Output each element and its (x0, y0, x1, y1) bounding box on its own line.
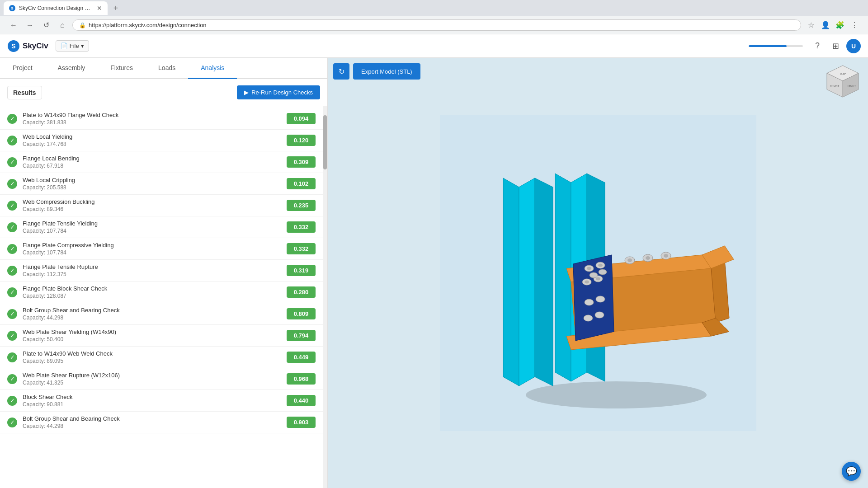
result-item[interactable]: ✓ Flange Plate Tensile Yielding Capacity… (0, 216, 323, 238)
tab-loads[interactable]: Loads (146, 58, 188, 79)
results-scroll-area: ✓ Plate to W14x90 Flange Weld Check Capa… (0, 106, 327, 488)
result-name-9: Bolt Group Shear and Bearing Check (23, 307, 287, 314)
svg-text:RIGHT: RIGHT (848, 84, 856, 87)
svg-point-32 (595, 312, 604, 318)
profile-button[interactable]: 👤 (819, 19, 832, 32)
svg-point-22 (598, 264, 603, 267)
tab-assembly[interactable]: Assembly (45, 58, 98, 79)
result-item[interactable]: ✓ Flange Plate Tensile Rupture Capacity:… (0, 260, 323, 282)
result-name-4: Web Compression Buckling (23, 198, 287, 205)
result-text-9: Bolt Group Shear and Bearing Check Capac… (23, 307, 287, 321)
rerun-button[interactable]: ▶ Re-Run Design Checks (237, 85, 320, 99)
export-model-button[interactable]: Export Model (STL) (353, 63, 420, 80)
result-item[interactable]: ✓ Flange Local Bending Capacity: 67.918 … (0, 151, 323, 173)
vertical-scrollbar[interactable] (323, 106, 327, 488)
svg-point-26 (596, 277, 600, 281)
right-panel: ↻ Export Model (STL) (328, 58, 868, 488)
result-capacity-0: Capacity: 381.838 (23, 119, 287, 126)
tab-close-btn[interactable]: ✕ (97, 5, 102, 12)
check-icon-7: ✓ (7, 266, 17, 276)
check-icon-3: ✓ (7, 179, 17, 189)
svg-point-34 (627, 258, 632, 262)
home-button[interactable]: ⌂ (56, 19, 69, 32)
3d-model-viewport (328, 58, 868, 488)
result-text-10: Web Plate Shear Yielding (W14x90) Capaci… (23, 328, 287, 343)
result-text-7: Flange Plate Tensile Rupture Capacity: 1… (23, 263, 287, 277)
result-text-8: Flange Plate Block Shear Check Capacity:… (23, 285, 287, 299)
tab-analysis[interactable]: Analysis (188, 58, 237, 79)
check-icon-13: ✓ (7, 396, 17, 406)
browser-tab[interactable]: S SkyCiv Connection Design | Sky... ✕ (4, 1, 108, 15)
avatar[interactable]: U (846, 39, 861, 53)
result-badge-5: 0.332 (287, 221, 316, 233)
result-item[interactable]: ✓ Web Local Yielding Capacity: 174.768 0… (0, 130, 323, 151)
check-icon-2: ✓ (7, 157, 17, 167)
result-text-13: Block Shear Check Capacity: 90.881 (23, 394, 287, 408)
help-button[interactable]: ? (810, 39, 825, 53)
result-item[interactable]: ✓ Flange Plate Block Shear Check Capacit… (0, 282, 323, 303)
result-name-6: Flange Plate Compressive Yielding (23, 242, 287, 249)
result-name-3: Web Local Crippling (23, 177, 287, 183)
scrollbar-thumb[interactable] (323, 115, 327, 169)
favicon-icon: S (9, 5, 15, 11)
file-button[interactable]: 📄 File ▾ (56, 40, 89, 52)
rerun-icon: ▶ (244, 89, 249, 96)
check-icon-10: ✓ (7, 331, 17, 341)
result-capacity-5: Capacity: 107.784 (23, 228, 287, 234)
grid-button[interactable]: ⊞ (828, 39, 843, 53)
bookmark-button[interactable]: ☆ (805, 19, 817, 32)
app-container: S SkyCiv 📄 File ▾ ? ⊞ (0, 34, 868, 488)
new-tab-button[interactable]: + (109, 2, 122, 14)
forward-button[interactable]: → (24, 19, 36, 32)
result-name-11: Plate to W14x90 Web Weld Check (23, 350, 287, 357)
svg-point-31 (584, 315, 593, 321)
back-button[interactable]: ← (7, 19, 20, 32)
result-capacity-2: Capacity: 67.918 (23, 163, 287, 169)
result-capacity-14: Capacity: 44.298 (23, 423, 287, 429)
chat-icon: 💬 (846, 466, 857, 477)
result-text-2: Flange Local Bending Capacity: 67.918 (23, 155, 287, 169)
result-item[interactable]: ✓ Web Plate Shear Rupture (W12x106) Capa… (0, 368, 323, 390)
nav-cube[interactable]: TOP RIGHT FRONT (825, 63, 861, 99)
result-item[interactable]: ✓ Bolt Group Shear and Bearing Check Cap… (0, 303, 323, 325)
result-item[interactable]: ✓ Web Compression Buckling Capacity: 89.… (0, 195, 323, 216)
svg-point-27 (590, 272, 598, 278)
tab-project[interactable]: Project (0, 58, 45, 79)
result-badge-13: 0.440 (287, 395, 316, 406)
results-list[interactable]: ✓ Plate to W14x90 Flange Weld Check Capa… (0, 106, 323, 488)
result-item[interactable]: ✓ Plate to W14x90 Web Weld Check Capacit… (0, 347, 323, 368)
result-name-12: Web Plate Shear Rupture (W12x106) (23, 372, 287, 379)
result-item[interactable]: ✓ Web Local Crippling Capacity: 205.588 … (0, 173, 323, 195)
result-item[interactable]: ✓ Bolt Group Shear and Bearing Check Cap… (0, 412, 323, 433)
chevron-down-icon: ▾ (81, 42, 84, 49)
result-capacity-12: Capacity: 41.325 (23, 380, 287, 386)
result-item[interactable]: ✓ Web Plate Shear Yielding (W14x90) Capa… (0, 325, 323, 347)
tab-fixtures[interactable]: Fixtures (98, 58, 146, 79)
browser-title-bar: S SkyCiv Connection Design | Sky... ✕ + (0, 0, 868, 16)
result-text-1: Web Local Yielding Capacity: 174.768 (23, 133, 287, 147)
tab-title: SkyCiv Connection Design | Sky... (19, 5, 91, 11)
browser-controls: ← → ↺ ⌂ 🔒 https://platform.skyciv.com/de… (0, 16, 868, 34)
check-icon-4: ✓ (7, 201, 17, 211)
result-item[interactable]: ✓ Block Shear Check Capacity: 90.881 0.4… (0, 390, 323, 412)
svg-point-29 (585, 299, 594, 305)
result-name-5: Flange Plate Tensile Yielding (23, 220, 287, 227)
result-item[interactable]: ✓ Flange Plate Compressive Yielding Capa… (0, 238, 323, 260)
reload-button[interactable]: ↺ (40, 19, 52, 32)
address-bar[interactable]: 🔒 https://platform.skyciv.com/design/con… (72, 19, 801, 31)
file-btn-label: File (70, 42, 79, 49)
check-icon-8: ✓ (7, 287, 17, 297)
result-name-2: Flange Local Bending (23, 155, 287, 162)
result-name-10: Web Plate Shear Yielding (W14x90) (23, 328, 287, 335)
menu-button[interactable]: ⋮ (848, 19, 861, 32)
result-badge-0: 0.094 (287, 113, 316, 124)
extensions-button[interactable]: 🧩 (834, 19, 846, 32)
chat-button[interactable]: 💬 (842, 462, 861, 481)
result-capacity-1: Capacity: 174.768 (23, 141, 287, 147)
result-text-6: Flange Plate Compressive Yielding Capaci… (23, 242, 287, 256)
rotate-view-button[interactable]: ↻ (333, 63, 349, 80)
result-badge-10: 0.794 (287, 330, 316, 341)
result-item[interactable]: ✓ Plate to W14x90 Flange Weld Check Capa… (0, 108, 323, 130)
header-right: ? ⊞ U (810, 39, 861, 53)
check-icon-14: ✓ (7, 418, 17, 427)
